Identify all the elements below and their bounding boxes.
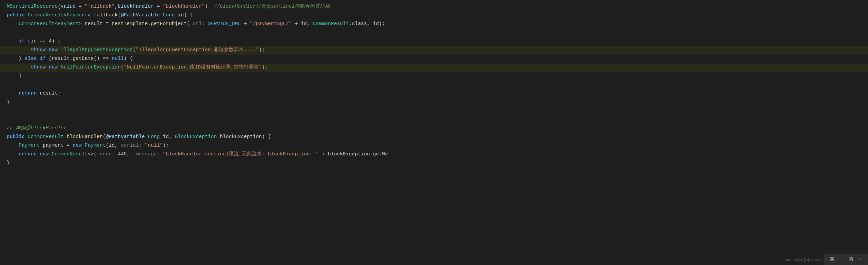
code-line-19: } — [0, 159, 868, 168]
code-line-14 — [0, 116, 868, 124]
param-pathvariable: @PathVariable — [121, 11, 160, 19]
input-mode-chinese[interactable]: 简 — [847, 255, 855, 264]
code-line-18: return new CommonResult<>( code: 445, me… — [0, 150, 868, 159]
type-commonresult: CommonResult — [28, 11, 64, 19]
type-null-ptr: NullPointerException — [61, 63, 121, 72]
string-illegal-arg: "IllegalArgumentException,非法参数异常...." — [136, 46, 259, 54]
type-blockexception: BlockException — [175, 133, 217, 141]
string-null: "null" — [145, 142, 163, 150]
method-fallback: fallback — [94, 11, 118, 19]
number-445: 445 — [118, 150, 127, 158]
keyword-else: else — [25, 55, 37, 63]
method-resttemplate: restTemplate — [112, 20, 148, 28]
method-getforobject: getForObject — [151, 20, 187, 28]
keyword-new4: new — [40, 150, 49, 158]
attr-blockhandler: blockHandler — [118, 3, 154, 11]
code-line-15: // 本例是blockHandler — [0, 124, 868, 133]
attr-value: value — [61, 3, 76, 11]
string-payment-sql: "/paymentSQL/" — [250, 20, 292, 28]
code-line-7: } else if (result.getData() == null) { — [0, 55, 868, 63]
keyword-if2: if — [40, 55, 46, 63]
keyword-throw-1: throw — [31, 46, 46, 54]
keyword-return: return — [19, 89, 37, 98]
code-line-10 — [0, 81, 868, 89]
separator: · — [838, 255, 845, 264]
code-line-1: @SentinelResource(value = "fallback",blo… — [0, 3, 868, 11]
keyword-null: null — [112, 55, 124, 63]
plain-1: ( — [58, 3, 61, 11]
keyword-return2: return — [19, 150, 37, 158]
type-commonresult3: CommonResult — [313, 20, 349, 28]
url-service: SERVICE_URL — [208, 20, 241, 28]
watermark: CSDN @沧海之水12010137 — [783, 258, 828, 264]
keyword-new3: new — [73, 142, 82, 150]
annotation-sentinel: @SentinelResource — [7, 3, 58, 11]
type-commonresult4: CommonResult — [28, 133, 64, 141]
keyword-new-1: new — [49, 46, 58, 54]
code-line-5: if (id == 4) { — [0, 37, 868, 46]
type-payment2: Payment — [58, 20, 79, 28]
string-blockhandler-msg: "blockHandler-sentinel限流,无此流水: blockExce… — [163, 150, 319, 158]
type-commonresult2: CommonResult — [19, 20, 55, 28]
param-pathvariable2: @PathVariable — [106, 133, 145, 141]
keyword-public: public — [7, 11, 25, 19]
emoji-icon[interactable]: ☺ — [857, 255, 864, 264]
keyword-if: if — [19, 37, 25, 46]
method-getdata: getData — [73, 55, 94, 63]
keyword-throw-2: throw — [31, 63, 46, 72]
number-4: 4 — [49, 37, 52, 46]
code-line-17: Payment payment = new Payment(id, serial… — [0, 142, 868, 150]
comment-blockhandler: // 本例是blockHandler — [7, 124, 67, 132]
string-blockhandler: "blockHandler" — [163, 3, 205, 11]
code-line-13 — [0, 107, 868, 116]
code-line-11: return result; — [0, 89, 868, 98]
code-line-16: public CommonResult blockHandler(@PathVa… — [0, 133, 868, 142]
code-line-12: } — [0, 98, 868, 107]
type-long2: Long — [148, 133, 160, 141]
code-line-6: throw new IllegalArgumentException("Ille… — [0, 46, 868, 55]
method-blockhandler: blockHandler — [67, 133, 103, 141]
code-line-2: public CommonResult<Payment> fallback(@P… — [0, 11, 868, 20]
string-fallback: "fallback" — [85, 3, 115, 11]
code-line-4 — [0, 29, 868, 37]
keyword-new-2: new — [49, 63, 58, 72]
code-editor: @SentinelResource(value = "fallback",blo… — [0, 0, 868, 265]
code-line-3: CommonResult<Payment> result = restTempl… — [0, 20, 868, 29]
type-long: Long — [163, 11, 175, 19]
string-null-ptr: "NullPointerException,该ID没有对应记录,空指针异常" — [124, 63, 262, 72]
code-line-8: throw new NullPointerException("NullPoin… — [0, 63, 868, 72]
type-payment4: Payment — [85, 142, 106, 150]
code-line-9: } — [0, 72, 868, 81]
lang-english[interactable]: 英 — [828, 255, 836, 264]
keyword-public2: public — [7, 133, 25, 141]
comment-1: //blockHandler只负责sentinel控制台配置违规 — [214, 3, 330, 11]
type-payment3: Payment — [19, 142, 40, 150]
type-commonresult5: CommonResult — [52, 150, 88, 158]
type-illegal-arg: IllegalArgumentException — [61, 46, 133, 54]
type-payment: Payment — [67, 11, 88, 19]
bottom-bar: 英 · 简 ☺ — [824, 254, 868, 265]
